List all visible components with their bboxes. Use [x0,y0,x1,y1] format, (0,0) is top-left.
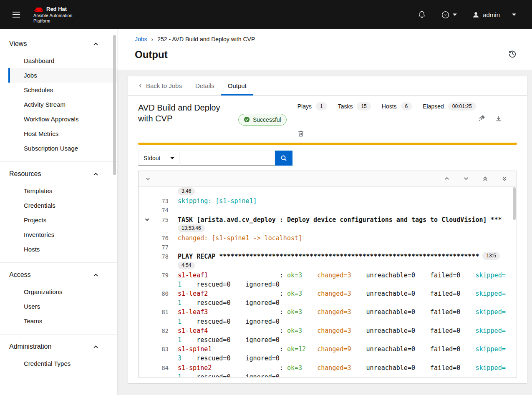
breadcrumb-current: 252 - AVD Build and Deploy with CVP [157,36,255,43]
caret-spacer [142,317,152,326]
sidebar-item-workflow-approvals[interactable]: Workflow Approvals [8,112,117,126]
output-segment: skipped= [475,327,505,335]
output-row: 76changed: [s1-spine1 -> localhost] [142,234,517,243]
scroll-to-bottom-icon[interactable] [495,171,514,186]
output-segment [351,290,366,297]
task-expand-caret-icon[interactable] [142,215,152,224]
nav-section-toggle-resources[interactable]: Resources [0,169,117,179]
chevron-up-icon [93,344,98,350]
output-text: s1-leaf1 : ok=3 changed=3 unreachable=0 … [178,271,506,280]
output-segment [302,364,317,372]
nav-section-toggle-views[interactable]: Views [0,38,117,49]
scroll-next-icon[interactable] [456,171,476,186]
history-icon[interactable] [506,48,519,61]
sidebar-item-templates[interactable]: Templates [8,184,117,198]
nav-section-label: Administration [9,343,51,350]
output-text: 13:53:46 [178,224,205,234]
angle-left-icon [138,83,143,88]
sidebar-item-teams[interactable]: Teams [8,314,117,328]
breadcrumb-separator-icon: › [151,36,154,43]
output-row: 4:54 [142,262,517,271]
sidebar-scrollbar-thumb[interactable] [113,35,116,175]
output-text: PLAY RECAP *****************************… [178,252,500,261]
output-row: 1 rescued=0 ignored=0 [142,372,517,377]
nav-toggle-icon[interactable] [9,8,23,21]
output-source-select[interactable]: Stdout [138,151,180,166]
brand-line1: Red Hat [46,6,67,13]
user-icon [472,11,480,19]
user-menu-button[interactable]: admin [468,8,520,22]
job-name: AVD Build and Deploy with CVP [138,102,229,137]
stat-elapsed: Elapsed00:01:25 [423,102,476,111]
output-text: 3:46 [178,187,195,196]
output-segment: rescued=0 ignored=0 [182,318,280,325]
output-text: 4:54 [178,262,195,271]
page-title: Output [135,49,168,60]
output-text: s1-leaf4 : ok=3 changed=3 unreachable=0 … [178,326,506,335]
tab-output[interactable]: Output [221,76,253,95]
timestamp-badge: 4:54 [178,262,195,269]
tab-details[interactable]: Details [189,76,221,95]
nav-section-toggle-access[interactable]: Access [0,269,117,280]
help-menu-button[interactable]: ? [437,7,461,23]
output-segment: changed=9 [317,345,351,353]
line-number: 84 [152,363,169,372]
scroll-to-top-icon[interactable] [476,171,495,186]
line-number [152,372,169,377]
sidebar-item-dashboard[interactable]: Dashboard [8,53,117,68]
output-scrollbar-thumb[interactable] [513,187,516,220]
search-button[interactable] [275,151,292,166]
breadcrumb-jobs-link[interactable]: Jobs [135,36,147,43]
sidebar-item-hosts[interactable]: Hosts [8,242,117,257]
output-text: 1 rescued=0 ignored=0 [178,280,280,289]
nav-section-toggle-administration[interactable]: Administration [0,341,117,352]
line-number [152,187,169,196]
search-input[interactable] [180,151,275,166]
caret-spacer [142,280,152,289]
stat-label: Tasks [338,103,353,110]
sidebar-item-inventories[interactable]: Inventories [8,227,117,242]
caret-spacer [142,326,152,335]
caret-spacer [142,271,152,280]
tab-back-to-jobs[interactable]: Back to Jobs [131,76,189,95]
nav-section-views: ViewsDashboardJobsSchedulesActivity Stre… [0,29,117,161]
download-icon[interactable] [495,115,502,122]
output-segment: TASK [arista.avd.cv_deploy : Deploy devi… [178,216,502,224]
output-row: 77 [142,243,517,252]
relaunch-rocket-icon[interactable] [478,115,485,122]
sidebar-item-credentials[interactable]: Credentials [8,198,117,213]
line-number: 77 [152,243,169,252]
scroll-previous-icon[interactable] [437,171,456,186]
sidebar-item-jobs[interactable]: Jobs [8,68,117,83]
output-segment [302,272,317,279]
sidebar-item-users[interactable]: Users [8,299,117,314]
stat-label: Plays [298,103,312,110]
output-segment [351,272,366,279]
job-stats: Plays1Tasks15Hosts6Elapsed00:01:25 [296,102,517,137]
caret-down-icon [512,13,516,16]
line-number [152,224,169,234]
output-segment [351,364,366,372]
sidebar-item-activity-stream[interactable]: Activity Stream [8,97,117,112]
output-segment: rescued=0 ignored=0 [182,355,280,362]
line-number [152,317,169,326]
sidebar-item-schedules[interactable]: Schedules [8,83,117,97]
caret-spacer [142,372,152,377]
sidebar-item-projects[interactable]: Projects [8,213,117,227]
sidebar-item-organizations[interactable]: Organizations [8,284,117,299]
output-toolbar: Stdout [128,145,527,166]
sidebar-item-subscription-usage[interactable]: Subscription Usage [8,141,117,156]
caret-spacer [142,363,152,372]
user-label: admin [483,11,500,18]
output-segment: s1-leaf1 [178,272,208,279]
delete-trash-icon[interactable] [298,130,304,137]
output-pane-header [139,171,517,186]
sidebar-item-credential-types[interactable]: Credential Types [8,356,117,371]
sidebar-item-host-metrics[interactable]: Host Metrics [8,126,117,141]
output-row: 83s1-spine1 : ok=12 changed=9 unreachabl… [142,345,517,354]
expand-collapse-all-icon[interactable] [144,174,152,183]
tabs: Back to Jobs Details Output [128,76,527,96]
timestamp-badge: 13:53:46 [178,224,205,232]
output-row: 84s1-spine2 : ok=3 changed=3 unreachable… [142,363,517,372]
notifications-button[interactable] [413,7,430,22]
